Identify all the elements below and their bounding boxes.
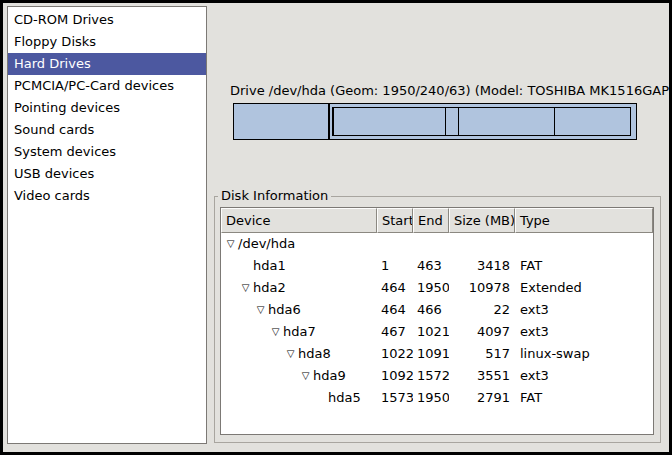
expander-icon[interactable]: ▽	[238, 277, 253, 299]
partition-segment-hda1	[234, 104, 329, 139]
cell-type: ext3	[515, 321, 653, 343]
table-row-hda7[interactable]: ▽hda746710214097ext3	[221, 321, 653, 343]
disk-table: DeviceStartEndSize (MB)Type ▽/dev/hdahda…	[220, 207, 654, 435]
table-row-hda6[interactable]: ▽hda646446622ext3	[221, 299, 653, 321]
cell-size: 3418	[449, 255, 515, 277]
cell-end: 1021	[413, 321, 449, 343]
tree-indent	[223, 332, 268, 333]
partition-segment-hda9	[458, 107, 555, 136]
device-label: /dev/hda	[238, 233, 295, 255]
cell-size: 517	[449, 343, 515, 365]
header-cell-size-mb[interactable]: Size (MB)	[449, 208, 515, 233]
partition-segment-hda8	[445, 107, 459, 136]
disk-info-frame: Disk Information DeviceStartEndSize (MB)…	[214, 196, 661, 443]
cell-end: 463	[413, 255, 449, 277]
expander-icon[interactable]: ▽	[298, 365, 313, 387]
header-cell-device[interactable]: Device	[221, 208, 377, 233]
hardware-browser-window: CD-ROM DrivesFloppy DisksHard DrivesPCMC…	[0, 0, 672, 455]
partition-bar	[233, 103, 637, 140]
sidebar-item-system-devices[interactable]: System devices	[8, 141, 206, 163]
cell-type: FAT	[515, 255, 653, 277]
cell-end: 1091	[413, 343, 449, 365]
header-cell-type[interactable]: Type	[515, 208, 653, 233]
header-cell-end[interactable]: End	[413, 208, 449, 233]
partition-segment-hda7	[333, 107, 445, 136]
sidebar-item-pcmcia-pc-card-devices[interactable]: PCMCIA/PC-Card devices	[8, 75, 206, 97]
device-label: hda8	[298, 343, 331, 365]
cell-device: ▽hda2	[221, 277, 377, 299]
device-label: hda2	[253, 277, 286, 299]
device-category-list: CD-ROM DrivesFloppy DisksHard DrivesPCMC…	[7, 6, 207, 444]
cell-size: 4097	[449, 321, 515, 343]
device-label: hda5	[328, 387, 361, 409]
cell-size: 2791	[449, 387, 515, 409]
drive-title: Drive /dev/hda (Geom: 1950/240/63) (Mode…	[230, 83, 640, 98]
disk-table-header: DeviceStartEndSize (MB)Type	[221, 208, 653, 233]
cell-start: 464	[377, 277, 413, 299]
tree-indent	[223, 398, 313, 399]
table-row-dev-hda[interactable]: ▽/dev/hda	[221, 233, 653, 255]
expander-icon[interactable]: ▽	[268, 321, 283, 343]
disk-info-frame-label: Disk Information	[218, 188, 331, 203]
cell-end: 1950	[413, 387, 449, 409]
cell-end: 466	[413, 299, 449, 321]
cell-start: 1	[377, 255, 413, 277]
disk-table-body: ▽/dev/hdahda114633418FAT▽hda246419501097…	[221, 233, 653, 409]
table-row-hda2[interactable]: ▽hda2464195010978Extended	[221, 277, 653, 299]
cell-size	[449, 233, 515, 255]
device-label: hda1	[253, 255, 286, 277]
expander-icon[interactable]: ▽	[253, 299, 268, 321]
device-label: hda9	[313, 365, 346, 387]
sidebar-item-video-cards[interactable]: Video cards	[8, 185, 206, 207]
device-label: hda6	[268, 299, 301, 321]
cell-device: ▽hda8	[221, 343, 377, 365]
table-row-hda1[interactable]: hda114633418FAT	[221, 255, 653, 277]
expander-icon[interactable]: ▽	[283, 343, 298, 365]
cell-type: ext3	[515, 299, 653, 321]
table-row-hda9[interactable]: ▽hda9109215723551ext3	[221, 365, 653, 387]
sidebar-item-sound-cards[interactable]: Sound cards	[8, 119, 206, 141]
sidebar-item-usb-devices[interactable]: USB devices	[8, 163, 206, 185]
cell-size: 22	[449, 299, 515, 321]
tree-indent	[223, 266, 238, 267]
tree-indent	[223, 354, 283, 355]
cell-start: 1573	[377, 387, 413, 409]
tree-indent	[223, 310, 253, 311]
cell-start	[377, 233, 413, 255]
cell-start: 464	[377, 299, 413, 321]
cell-start: 1092	[377, 365, 413, 387]
cell-type: ext3	[515, 365, 653, 387]
partition-segment-hda2-extended	[329, 104, 636, 139]
header-cell-start[interactable]: Start	[377, 208, 413, 233]
sidebar-item-floppy-disks[interactable]: Floppy Disks	[8, 31, 206, 53]
sidebar-item-cd-rom-drives[interactable]: CD-ROM Drives	[8, 9, 206, 31]
cell-start: 1022	[377, 343, 413, 365]
cell-type	[515, 233, 653, 255]
cell-device: hda1	[221, 255, 377, 277]
partition-segment-hda5	[554, 107, 631, 136]
cell-size: 10978	[449, 277, 515, 299]
cell-type: FAT	[515, 387, 653, 409]
cell-device: ▽hda7	[221, 321, 377, 343]
sidebar-item-hard-drives[interactable]: Hard Drives	[8, 53, 206, 75]
cell-start: 467	[377, 321, 413, 343]
cell-device: ▽hda6	[221, 299, 377, 321]
table-row-hda8[interactable]: ▽hda810221091517linux-swap	[221, 343, 653, 365]
cell-end	[413, 233, 449, 255]
cell-device: hda5	[221, 387, 377, 409]
cell-type: Extended	[515, 277, 653, 299]
table-row-hda5[interactable]: hda5157319502791FAT	[221, 387, 653, 409]
cell-size: 3551	[449, 365, 515, 387]
sidebar-item-pointing-devices[interactable]: Pointing devices	[8, 97, 206, 119]
cell-end: 1950	[413, 277, 449, 299]
cell-end: 1572	[413, 365, 449, 387]
tree-indent	[223, 288, 238, 289]
cell-device: ▽/dev/hda	[221, 233, 377, 255]
cell-type: linux-swap	[515, 343, 653, 365]
cell-device: ▽hda9	[221, 365, 377, 387]
expander-icon[interactable]: ▽	[223, 233, 238, 255]
device-label: hda7	[283, 321, 316, 343]
tree-indent	[223, 376, 298, 377]
